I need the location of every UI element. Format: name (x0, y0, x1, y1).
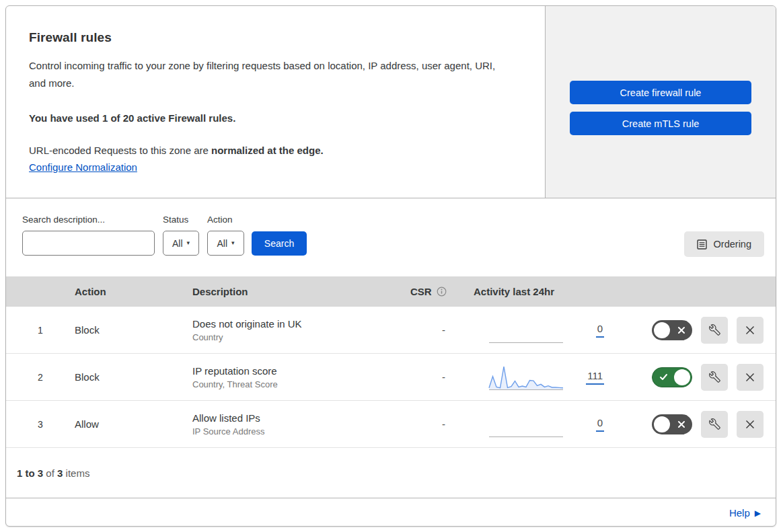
create-mtls-rule-button[interactable]: Create mTLS rule (570, 112, 751, 135)
x-icon (677, 326, 685, 334)
normalization-note: URL-encoded Requests to this zone are no… (29, 145, 518, 156)
close-icon (745, 419, 755, 430)
rule-action: Allow (75, 418, 192, 430)
search-field[interactable] (22, 231, 155, 256)
col-description: Description (192, 286, 405, 297)
help-footer: Help ▶ (6, 498, 776, 527)
firewall-rules-card: Firewall rules Control incoming traffic … (5, 5, 776, 527)
col-csr: CSR (405, 286, 469, 297)
edit-rule-button[interactable] (701, 364, 728, 391)
action-dropdown[interactable]: All ▾ (207, 231, 244, 256)
create-firewall-rule-button[interactable]: Create firewall rule (570, 81, 751, 104)
hero-text-block: Firewall rules Control incoming traffic … (6, 6, 545, 198)
rule-action: Block (75, 371, 192, 383)
col-activity: Activity last 24hr (469, 286, 613, 297)
pagination-summary: 1 to 3 of 3 items (6, 448, 776, 498)
rule-description-cell: Does not originate in UK Country (192, 318, 405, 342)
rule-csr-value: - (405, 324, 469, 336)
action-label: Action (207, 215, 244, 225)
rule-action: Block (75, 324, 192, 336)
rule-description-cell: Allow listed IPs IP Source Address (192, 412, 405, 436)
page-description: Control incoming traffic to your zone by… (29, 57, 507, 92)
search-button[interactable]: Search (252, 231, 307, 256)
ordering-list-icon (697, 239, 707, 250)
table-row: 3 Allow Allow listed IPs IP Source Addre… (6, 401, 776, 448)
toggle-knob (654, 322, 670, 338)
status-dropdown[interactable]: All ▾ (163, 231, 199, 256)
rule-csr-value: - (405, 418, 469, 430)
col-action: Action (75, 286, 192, 297)
rule-enabled-toggle[interactable] (652, 320, 692, 340)
action-dropdown-value: All (217, 238, 227, 249)
rule-enabled-toggle[interactable] (652, 367, 692, 387)
search-label: Search description... (22, 215, 155, 225)
activity-sparkline (489, 412, 563, 437)
rule-activity-cell: 111 (469, 354, 613, 400)
wrench-icon (709, 418, 720, 430)
rule-description: Allow listed IPs (192, 412, 405, 424)
close-icon (745, 372, 755, 383)
x-icon (677, 420, 685, 428)
rule-controls (613, 317, 776, 344)
delete-rule-button[interactable] (737, 411, 764, 438)
edit-rule-button[interactable] (701, 317, 728, 344)
items-label: items (63, 467, 89, 479)
activity-sparkline (489, 317, 563, 343)
delete-rule-button[interactable] (737, 317, 764, 344)
search-group: Search description... (22, 215, 155, 256)
toggle-knob (674, 369, 690, 385)
items-range: 1 to 3 (17, 467, 43, 479)
rule-activity-cell: 0 (469, 307, 613, 353)
status-filter-group: Status All ▾ (163, 215, 199, 256)
help-link-label: Help (729, 507, 750, 519)
rule-fields: Country, Threat Score (192, 379, 405, 389)
status-label: Status (163, 215, 199, 225)
configure-normalization-link[interactable]: Configure Normalization (29, 161, 137, 173)
toggle-knob (654, 416, 670, 432)
activity-count-link[interactable]: 0 (596, 323, 604, 338)
rule-activity-cell: 0 (469, 401, 613, 447)
rule-description: Does not originate in UK (192, 318, 405, 330)
rule-priority: 3 (6, 419, 75, 430)
rule-description-cell: IP reputation score Country, Threat Scor… (192, 365, 405, 389)
table-row: 1 Block Does not originate in UK Country… (6, 307, 776, 354)
activity-count-link[interactable]: 0 (596, 417, 604, 432)
activity-sparkline (489, 365, 563, 390)
rule-description: IP reputation score (192, 365, 405, 377)
wrench-icon (709, 371, 720, 383)
edit-rule-button[interactable] (701, 411, 728, 438)
action-filter-group: Action All ▾ (207, 215, 244, 256)
activity-count-link[interactable]: 111 (586, 370, 604, 385)
chevron-down-icon: ▾ (187, 240, 190, 246)
ordering-button[interactable]: Ordering (684, 231, 764, 257)
close-icon (745, 325, 755, 336)
rule-enabled-toggle[interactable] (652, 414, 692, 434)
rule-controls (613, 364, 776, 391)
hero-actions-panel: Create firewall rule Create mTLS rule (545, 6, 776, 198)
hero-section: Firewall rules Control incoming traffic … (6, 6, 776, 198)
rule-fields: Country (192, 332, 405, 342)
filter-bar: Search description... Status All ▾ Actio… (6, 198, 776, 276)
page-title: Firewall rules (29, 30, 518, 45)
rule-csr-value: - (405, 371, 469, 383)
rule-priority: 1 (6, 325, 75, 336)
wrench-icon (709, 324, 720, 336)
usage-summary: You have used 1 of 20 active Firewall ru… (29, 112, 518, 124)
search-input[interactable] (36, 238, 157, 249)
items-total: 3 (57, 467, 63, 479)
rule-controls (613, 411, 776, 438)
normalization-note-bold: normalized at the edge. (211, 145, 324, 156)
delete-rule-button[interactable] (737, 364, 764, 391)
table-header: Action Description CSR Activity last 24h… (6, 276, 776, 307)
normalization-note-text: URL-encoded Requests to this zone are (29, 145, 211, 156)
ordering-button-label: Ordering (714, 239, 751, 250)
col-csr-label: CSR (410, 286, 432, 297)
info-icon[interactable] (437, 287, 447, 297)
items-of-text: of (43, 467, 57, 479)
rule-fields: IP Source Address (192, 426, 405, 436)
chevron-down-icon: ▾ (231, 240, 235, 246)
help-link[interactable]: Help ▶ (729, 507, 761, 519)
status-dropdown-value: All (172, 238, 183, 249)
table-row: 2 Block IP reputation score Country, Thr… (6, 354, 776, 401)
check-icon (659, 373, 668, 381)
